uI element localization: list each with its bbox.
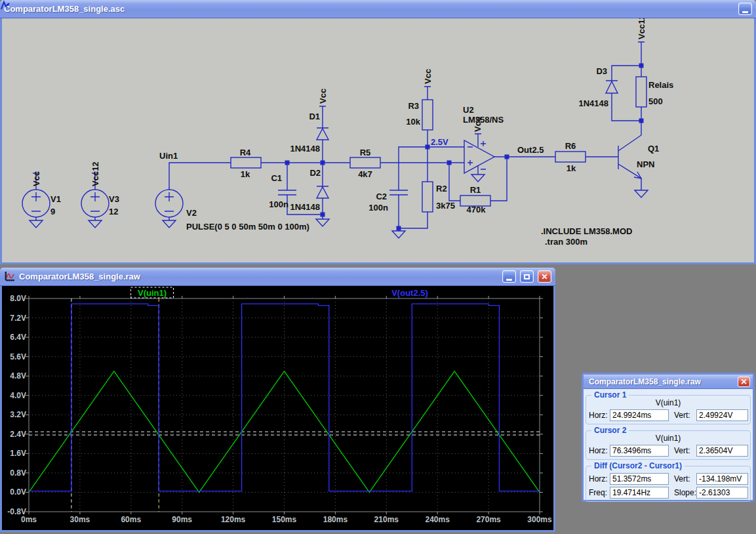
waveform-titlebar[interactable]: ComparatorLM358_single.raw ✕: [0, 268, 555, 286]
resistor-relais[interactable]: Vcc12 Relais 500: [636, 18, 673, 121]
part-value: 12: [109, 207, 118, 216]
part-value: 3k75: [436, 201, 455, 211]
minimize-button[interactable]: [738, 3, 752, 15]
cursor1-horz-label: Horz:: [589, 411, 610, 420]
part-name: V3: [109, 194, 119, 204]
cursor2-vert-label: Vert:: [674, 446, 696, 455]
resistor-r2[interactable]: R2 3k75: [399, 147, 455, 228]
maximize-button[interactable]: [520, 270, 534, 283]
ground-icon: [316, 219, 329, 226]
cursor2-vert-field[interactable]: [696, 445, 748, 457]
cursor2-horz-field[interactable]: [610, 445, 669, 457]
part-value: 1N4148: [290, 202, 320, 212]
cursor1-horz-field[interactable]: [610, 409, 669, 421]
y-tick-label: 2.4V: [10, 430, 26, 439]
part-name: R2: [436, 184, 447, 194]
ground-icon: [392, 231, 405, 238]
diode-d1[interactable]: Vcc D1 1N4148: [290, 89, 328, 163]
part-value: 100n: [269, 199, 288, 209]
maximize-icon: [524, 274, 530, 279]
diff-vert-label: Vert:: [674, 474, 696, 483]
waveform-plot-area[interactable]: 0ms30ms60ms90ms120ms150ms180ms210ms240ms…: [0, 286, 555, 532]
opamp-u2[interactable]: Vcc U2 LM358/NS: [463, 105, 555, 182]
resistor-r6[interactable]: R6 1k: [555, 141, 618, 173]
ground-icon: [30, 220, 43, 228]
diff-slope-field[interactable]: [696, 487, 748, 499]
legend-V(out2.5)[interactable]: V(out2.5): [391, 288, 428, 298]
x-tick-label: 0ms: [21, 515, 37, 524]
cursor2-trace-name: V(uin1): [588, 434, 748, 443]
part-value: 1k: [241, 169, 250, 179]
cursor1-group: Cursor 1 V(uin1) Horz: Vert:: [586, 395, 751, 424]
part-value: 10k: [406, 117, 420, 127]
close-button[interactable]: ✕: [738, 377, 750, 387]
schematic-titlebar[interactable]: ComparatorLM358_single.asc: [0, 0, 756, 18]
close-button[interactable]: ✕: [538, 270, 551, 283]
net-label-out2v5[interactable]: Out2.5: [517, 145, 544, 155]
minimize-icon: [506, 279, 512, 281]
spice-directive-include[interactable]: .INCLUDE LM358.MOD: [541, 226, 632, 236]
y-tick-label: -0.8V: [7, 507, 26, 516]
cursor-dialog-titlebar[interactable]: ComparatorLM358_single.raw ✕: [584, 375, 753, 389]
x-tick-label: 180ms: [323, 515, 348, 524]
legend-V(uin1)[interactable]: V(uin1): [138, 288, 167, 298]
voltage-source-v3[interactable]: Vcc12 V3 12: [81, 161, 119, 228]
part-value: 1k: [567, 163, 576, 173]
cursor2-group-label: Cursor 2: [591, 426, 629, 435]
y-tick-label: 0.8V: [10, 468, 26, 478]
part-name: C1: [271, 173, 282, 183]
part-name: Q1: [648, 144, 659, 154]
y-tick-label: 5.6V: [10, 352, 26, 361]
net-flag-vcc: Vcc: [318, 89, 328, 104]
part-name: R5: [360, 148, 371, 157]
transistor-q1[interactable]: Q1 NPN: [618, 121, 659, 197]
x-tick-label: 240ms: [426, 515, 450, 524]
part-name: Relais: [648, 80, 673, 90]
x-tick-label: 270ms: [476, 515, 501, 524]
x-tick-label: 30ms: [70, 515, 90, 524]
schematic-window: ComparatorLM358_single.asc Vcc V1 9: [0, 0, 756, 264]
part-value: 4k7: [358, 169, 372, 179]
ground-icon: [471, 175, 485, 182]
diff-horz-field[interactable]: [610, 473, 669, 485]
ground-icon: [89, 220, 102, 228]
desktop: ComparatorLM358_single.asc Vcc V1 9: [0, 0, 756, 534]
cursor1-vert-field[interactable]: [696, 409, 748, 421]
part-name: D1: [309, 112, 320, 121]
waveform-app-icon: [4, 271, 15, 282]
waveform-window: ComparatorLM358_single.raw ✕ 0ms30ms60ms…: [0, 268, 555, 532]
part-value: LM358/NS: [463, 115, 504, 125]
cursor2-group: Cursor 2 V(uin1) Horz: Vert:: [586, 430, 751, 460]
y-tick-label: 6.4V: [10, 333, 26, 342]
minimize-button[interactable]: [502, 270, 516, 283]
diff-slope-label: Slope:: [674, 488, 696, 497]
part-value: 470k: [467, 205, 487, 215]
cursor-dialog: ComparatorLM358_single.raw ✕ Cursor 1 V(…: [582, 373, 755, 502]
part-name: R6: [565, 141, 576, 151]
waveform-window-title: ComparatorLM358_single.raw: [19, 272, 498, 281]
schematic-app-icon: [0, 0, 11, 11]
diff-horz-label: Horz:: [589, 474, 610, 483]
net-label-2v5[interactable]: 2.5V: [431, 137, 448, 147]
x-tick-label: 150ms: [272, 515, 297, 524]
voltage-source-v1[interactable]: Vcc V1 9: [22, 171, 61, 228]
part-value: 100n: [368, 203, 388, 213]
diff-group: Diff (Cursor2 - Cursor1) Horz: Vert: Fre…: [586, 466, 751, 502]
net-flag-vcc: Vcc: [423, 69, 433, 84]
part-name: V1: [50, 194, 61, 204]
resistor-r3[interactable]: Vcc R3 10k: [406, 69, 433, 147]
spice-directive-tran[interactable]: .tran 300m: [545, 237, 587, 247]
cursor2-horz-label: Horz:: [589, 446, 610, 455]
part-name: D3: [596, 66, 607, 76]
part-name: C2: [376, 192, 387, 201]
minimize-icon: [742, 11, 748, 13]
y-tick-label: 4.8V: [10, 371, 26, 380]
net-flag-vcc12: Vcc12: [90, 161, 100, 186]
y-tick-label: 8.0V: [10, 294, 26, 303]
diff-freq-field[interactable]: [610, 487, 669, 499]
part-value: 1N4148: [578, 98, 608, 108]
diff-vert-field[interactable]: [696, 473, 748, 485]
diode-d3[interactable]: D3 1N4148: [578, 66, 641, 121]
cursor1-group-label: Cursor 1: [591, 390, 629, 400]
schematic-canvas[interactable]: Vcc V1 9 Vcc12 V3 12: [0, 18, 756, 264]
